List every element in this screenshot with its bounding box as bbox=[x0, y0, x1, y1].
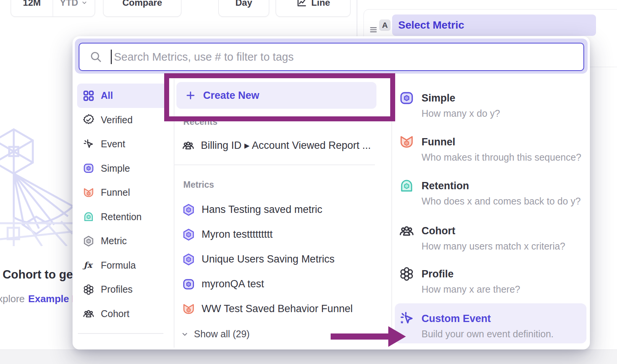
range-12m-button[interactable]: 12M bbox=[11, 0, 53, 16]
metric-type-custom-event[interactable]: Custom EventBuild your own event definit… bbox=[399, 310, 586, 340]
custom-event-icon bbox=[399, 311, 415, 327]
range-12m-label: 12M bbox=[23, 0, 41, 8]
metric-type-description: How many users match x criteria? bbox=[422, 241, 586, 252]
metric-list-item[interactable]: Hans Testing saved metric bbox=[182, 197, 390, 222]
metric-type-title: Custom Event bbox=[422, 313, 491, 325]
search-input[interactable]: Search Metrics, use # to filter to tags bbox=[79, 43, 584, 71]
metric-type-description: Who makes it through this sequence? bbox=[422, 152, 586, 163]
metric-type-description: Build your own event definition. bbox=[422, 329, 586, 340]
sidebar-divider bbox=[78, 333, 163, 334]
sidebar-item-cohort[interactable]: Cohort bbox=[77, 302, 169, 326]
saved-metrics-list: Hans Testing saved metricMyron testttttt… bbox=[182, 197, 390, 321]
svg-text:ƒx: ƒx bbox=[82, 261, 93, 270]
series-a-badge: A bbox=[379, 19, 391, 31]
metric-type-funnel[interactable]: FunnelWho makes it through this sequence… bbox=[399, 134, 586, 163]
example-reports-link[interactable]: Example R bbox=[28, 293, 79, 304]
metric-list-item[interactable]: WW Test Saved Behavior Funnel bbox=[182, 296, 390, 321]
retention-icon bbox=[82, 211, 95, 223]
category-sidebar: AllVerifiedEventSimpleFunnelRetentionMet… bbox=[77, 84, 169, 326]
metric-list-item[interactable]: myronQA test bbox=[182, 272, 390, 296]
chart-type-line-button[interactable]: Line bbox=[276, 0, 350, 17]
metric-type-title: Cohort bbox=[422, 225, 455, 237]
metric-type-cohort[interactable]: CohortHow many users match x criteria? bbox=[399, 222, 586, 252]
sidebar-item-retention[interactable]: Retention bbox=[77, 205, 169, 229]
metric-type-header: Custom Event bbox=[399, 310, 586, 327]
background-illustration bbox=[0, 128, 73, 246]
metric-type-header: Cohort bbox=[399, 222, 586, 239]
metric-badge-icon bbox=[182, 203, 195, 217]
metric-item-label: Myron testtttttttt bbox=[202, 229, 273, 240]
recent-item-label: Billing ID ▸ Account Viewed Report ... bbox=[201, 139, 371, 151]
recent-item[interactable]: Billing ID ▸ Account Viewed Report ... bbox=[182, 136, 371, 155]
metric-badge-icon bbox=[182, 228, 195, 242]
sidebar-item-label: Retention bbox=[101, 211, 142, 222]
metric-item-label: Hans Testing saved metric bbox=[202, 204, 322, 216]
sidebar-item-profiles[interactable]: Profiles bbox=[77, 277, 169, 302]
search-placeholder: Search Metrics, use # to filter to tags bbox=[114, 51, 294, 63]
profiles-icon bbox=[82, 283, 95, 296]
section-divider bbox=[174, 164, 375, 165]
search-icon bbox=[89, 50, 102, 63]
line-label: Line bbox=[311, 0, 330, 8]
range-ytd-label: YTD bbox=[60, 0, 78, 8]
sidebar-item-simple[interactable]: Simple bbox=[77, 156, 169, 181]
drag-handle-icon[interactable] bbox=[368, 25, 378, 35]
show-all-toggle[interactable]: Show all (29) bbox=[180, 329, 250, 340]
metric-type-description: How many x are there? bbox=[422, 284, 586, 295]
app-root: 12M YTD Compare Day Line r Cohort bbox=[0, 0, 617, 364]
sidebar-item-verified[interactable]: Verified bbox=[77, 108, 169, 132]
sidebar-item-label: Cohort bbox=[101, 308, 129, 319]
sidebar-item-label: Profiles bbox=[101, 284, 132, 295]
metric-type-description: Who does x and comes back to do y? bbox=[422, 196, 586, 207]
interval-day-button[interactable]: Day bbox=[218, 0, 269, 17]
sidebar-item-metric[interactable]: Metric bbox=[77, 229, 169, 253]
metric-type-description: How many x do y? bbox=[422, 108, 586, 119]
metric-item-label: WW Test Saved Behavior Funnel bbox=[202, 303, 353, 315]
cohort-icon bbox=[182, 139, 195, 152]
simple-metric-icon bbox=[82, 162, 95, 174]
sidebar-item-event[interactable]: Event bbox=[77, 132, 169, 156]
show-all-label: Show all (29) bbox=[194, 329, 250, 340]
metric-type-title: Funnel bbox=[422, 136, 455, 148]
metric-type-header: Funnel bbox=[399, 134, 586, 150]
metric-list-item[interactable]: Myron testtttttttt bbox=[182, 222, 390, 247]
chevron-down-icon bbox=[180, 330, 189, 339]
funnel-icon bbox=[182, 302, 195, 316]
cohort-icon bbox=[399, 223, 415, 239]
annotation-arrow bbox=[331, 333, 389, 340]
compare-button[interactable]: Compare bbox=[103, 0, 181, 17]
sidebar-item-formula[interactable]: ƒxFormula bbox=[77, 253, 169, 278]
sidebar-item-label: Event bbox=[101, 139, 125, 150]
metric-badge-icon bbox=[182, 253, 195, 266]
metric-hexagon-icon bbox=[82, 235, 95, 247]
sidebar-item-label: Metric bbox=[101, 235, 127, 246]
annotation-arrow-head bbox=[388, 326, 406, 347]
simple-metric-icon bbox=[399, 90, 415, 106]
funnel-icon bbox=[82, 187, 95, 199]
annotation-rectangle bbox=[164, 73, 395, 121]
formula-icon: ƒx bbox=[82, 259, 95, 271]
metric-type-retention[interactable]: RetentionWho does x and comes back to do… bbox=[399, 177, 586, 207]
page-footer-area bbox=[0, 350, 617, 364]
metric-list-item[interactable]: Unique Users Saving Metrics bbox=[182, 247, 390, 272]
metric-type-header: Retention bbox=[399, 177, 586, 194]
sidebar-item-label: Formula bbox=[101, 260, 136, 271]
profiles-icon bbox=[399, 266, 415, 282]
range-ytd-button[interactable]: YTD bbox=[53, 0, 95, 16]
metric-type-simple[interactable]: SimpleHow many x do y? bbox=[399, 90, 586, 119]
event-cursor-icon bbox=[82, 138, 95, 150]
sidebar-item-label: Funnel bbox=[101, 187, 130, 198]
text-caret bbox=[111, 50, 112, 64]
metric-type-title: Profile bbox=[422, 268, 454, 280]
select-metric-button[interactable]: Select Metric bbox=[392, 14, 596, 36]
verified-badge-icon bbox=[82, 114, 95, 126]
compare-label: Compare bbox=[122, 0, 162, 8]
sidebar-item-t[interactable]: T bbox=[77, 344, 169, 350]
sidebar-item-all[interactable]: All bbox=[77, 84, 169, 108]
date-range-control: 12M YTD bbox=[11, 0, 95, 17]
sidebar-item-funnel[interactable]: Funnel bbox=[77, 180, 169, 205]
cohort-icon bbox=[82, 308, 95, 320]
select-metric-label: Select Metric bbox=[398, 19, 464, 31]
sidebar-item-label: Verified bbox=[101, 114, 132, 126]
metric-type-profile[interactable]: ProfileHow many x are there? bbox=[399, 266, 586, 295]
